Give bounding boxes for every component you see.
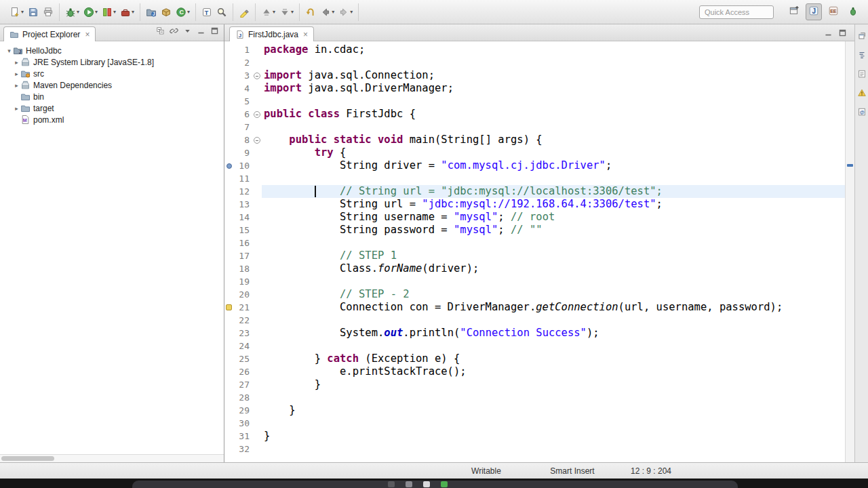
fold-ruler-cell[interactable]: [252, 417, 262, 430]
explorer-hscrollbar[interactable]: [0, 454, 224, 462]
dock-app-icon[interactable]: [388, 481, 395, 487]
scrollbar-thumb[interactable]: [1, 456, 54, 461]
code-text[interactable]: }: [262, 430, 845, 443]
code-text[interactable]: }: [262, 378, 845, 391]
disclosure-closed-icon[interactable]: ▸: [13, 105, 20, 112]
annotation-ruler-cell[interactable]: [224, 82, 233, 95]
annotation-ruler-cell[interactable]: [224, 443, 233, 455]
code-text[interactable]: [262, 314, 845, 327]
annotation-ruler-cell[interactable]: [224, 301, 233, 314]
fold-ruler-cell[interactable]: [252, 404, 262, 417]
annotation-ruler-cell[interactable]: [224, 237, 233, 249]
tree-item-pom-xml[interactable]: Mpom.xml: [0, 114, 224, 125]
dropdown-arrow-icon[interactable]: ▾: [350, 9, 353, 15]
next-annotation-button[interactable]: ▾: [277, 5, 296, 19]
overview-marker-icon[interactable]: [847, 164, 853, 167]
breakpoint-marker-icon[interactable]: [226, 163, 232, 169]
task-marker-icon[interactable]: [226, 304, 232, 310]
fold-ruler-cell[interactable]: [252, 314, 262, 327]
annotation-ruler-cell[interactable]: [224, 327, 233, 340]
back-button[interactable]: ▾: [318, 5, 336, 19]
code-text[interactable]: [262, 95, 845, 108]
code-text[interactable]: public static void main(String[] args) {: [262, 134, 845, 146]
coverage-button[interactable]: ▾: [100, 5, 118, 19]
dropdown-arrow-icon[interactable]: ▾: [273, 9, 275, 15]
maximize-button[interactable]: [210, 26, 219, 37]
fold-ruler-cell[interactable]: [252, 301, 262, 314]
fold-ruler-cell[interactable]: [252, 134, 262, 146]
annotation-ruler-cell[interactable]: [224, 134, 233, 146]
annotation-ruler-cell[interactable]: [224, 159, 233, 172]
fold-ruler-cell[interactable]: [252, 352, 262, 365]
annotation-ruler-cell[interactable]: [224, 275, 233, 288]
fold-ruler-cell[interactable]: [252, 224, 262, 237]
project-explorer-tab[interactable]: Project Explorer: [3, 26, 96, 41]
annotation-ruler-cell[interactable]: [224, 185, 233, 198]
fold-ruler-cell[interactable]: [252, 172, 262, 185]
outline-button[interactable]: [857, 50, 867, 62]
print-button[interactable]: [41, 5, 56, 19]
close-icon[interactable]: [85, 30, 90, 39]
dropdown-arrow-icon[interactable]: ▾: [187, 9, 190, 15]
collapse-fold-icon[interactable]: [254, 73, 260, 79]
fold-ruler-cell[interactable]: [252, 146, 262, 159]
code-text[interactable]: [262, 56, 845, 69]
dropdown-arrow-icon[interactable]: ▾: [291, 9, 294, 15]
code-text[interactable]: [262, 237, 845, 249]
tree-item-bin[interactable]: bin: [0, 91, 224, 102]
quick-access-input[interactable]: [699, 5, 774, 19]
fold-ruler-cell[interactable]: [252, 95, 262, 108]
code-text[interactable]: } catch (Exception e) {: [262, 352, 845, 365]
disclosure-open-icon[interactable]: ▾: [5, 47, 13, 54]
save-button[interactable]: [26, 5, 41, 19]
annotation-ruler-cell[interactable]: [224, 249, 233, 262]
code-text[interactable]: Class.forName(driver);: [262, 262, 845, 275]
fold-ruler-cell[interactable]: [252, 237, 262, 249]
task-list-button[interactable]: [857, 69, 867, 81]
annotation-ruler-cell[interactable]: [224, 56, 233, 69]
tree-item-jre-system-library-javase-1-8[interactable]: ▸JRE System Library [JavaSE-1.8]: [0, 56, 224, 68]
restore-views-button[interactable]: [857, 31, 867, 43]
code-text[interactable]: String url = "jdbc:mysql://192.168.64.4:…: [262, 198, 845, 211]
fold-ruler-cell[interactable]: [252, 327, 262, 340]
fold-ruler-cell[interactable]: [252, 391, 262, 404]
code-text[interactable]: }: [262, 404, 845, 417]
new-java-project-button[interactable]: J: [144, 5, 159, 19]
code-text[interactable]: public class FirstJdbc {: [262, 108, 845, 121]
fold-ruler-cell[interactable]: [252, 262, 262, 275]
dropdown-arrow-icon[interactable]: ▾: [77, 9, 79, 15]
annotation-ruler-cell[interactable]: [224, 198, 233, 211]
fold-ruler-cell[interactable]: [252, 275, 262, 288]
disclosure-closed-icon[interactable]: ▸: [13, 82, 20, 89]
collapse-all-button[interactable]: [156, 26, 165, 37]
editor-tab[interactable]: J FirstJdbc.java: [229, 26, 314, 41]
code-text[interactable]: [262, 417, 845, 430]
annotation-ruler-cell[interactable]: [224, 43, 233, 56]
fold-ruler-cell[interactable]: [252, 365, 262, 378]
annotation-ruler-cell[interactable]: [224, 417, 233, 430]
code-text[interactable]: import java.sql.DriverManager;: [262, 82, 845, 95]
dropdown-arrow-icon[interactable]: ▾: [332, 9, 334, 15]
code-text[interactable]: String username = "mysql"; // root: [262, 211, 845, 224]
minimize-button[interactable]: [197, 26, 205, 37]
code-text[interactable]: String password = "mysql"; // "": [262, 224, 845, 237]
code-text[interactable]: [262, 391, 845, 404]
fold-ruler-cell[interactable]: [252, 378, 262, 391]
last-edit-location-button[interactable]: [303, 5, 318, 19]
dock-app-icon[interactable]: [423, 481, 430, 487]
annotation-ruler-cell[interactable]: [224, 211, 233, 224]
jee-perspective-button[interactable]: EE: [825, 3, 842, 20]
tree-item-src[interactable]: ▸src: [0, 68, 224, 79]
fold-ruler-cell[interactable]: [252, 198, 262, 211]
code-text[interactable]: // String url = "jdbc:mysql://localhost:…: [262, 185, 845, 198]
external-tools-button[interactable]: ▾: [118, 5, 136, 19]
annotation-ruler-cell[interactable]: [224, 146, 233, 159]
code-text[interactable]: [262, 121, 845, 134]
overview-ruler[interactable]: [845, 41, 854, 462]
disclosure-closed-icon[interactable]: ▸: [13, 59, 20, 66]
open-perspective-button[interactable]: [786, 3, 802, 20]
java-perspective-button[interactable]: J: [806, 3, 822, 20]
annotation-ruler-cell[interactable]: [224, 262, 233, 275]
minimize-icon[interactable]: [824, 28, 833, 37]
code-text[interactable]: Connection con = DriverManager.getConnec…: [262, 301, 845, 314]
